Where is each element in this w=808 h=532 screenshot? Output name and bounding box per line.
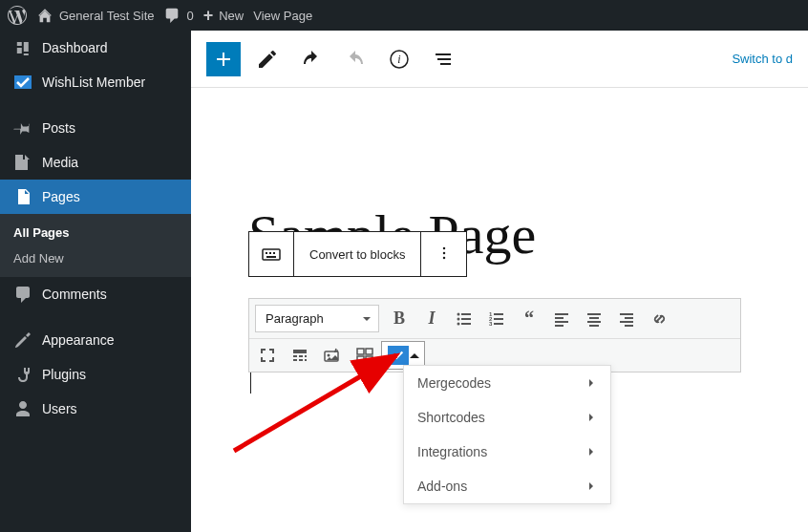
new-link[interactable]: + New: [203, 6, 245, 26]
dropdown-item-addons[interactable]: Add-ons: [404, 469, 610, 503]
svg-rect-25: [555, 321, 568, 323]
posts-label: Posts: [42, 120, 75, 136]
svg-point-10: [443, 256, 446, 259]
block-more-button[interactable]: [421, 231, 467, 277]
sidebar-item-dashboard[interactable]: Dashboard: [0, 31, 191, 65]
sidebar-item-posts[interactable]: Posts: [0, 111, 191, 145]
svg-rect-6: [273, 252, 275, 254]
svg-rect-26: [555, 325, 563, 327]
svg-rect-3: [263, 249, 280, 260]
user-icon: [13, 399, 32, 418]
fullscreen-button[interactable]: [251, 341, 284, 370]
sidebar-item-pages[interactable]: Pages: [0, 180, 191, 214]
dropdown-item-shortcodes[interactable]: Shortcodes: [404, 400, 610, 435]
svg-point-13: [457, 317, 460, 320]
quote-button[interactable]: “: [513, 305, 545, 333]
text-cursor: [250, 372, 251, 394]
undo-button[interactable]: [294, 42, 329, 76]
format-select[interactable]: Paragraph: [255, 305, 379, 332]
svg-rect-44: [357, 349, 364, 354]
svg-rect-33: [620, 321, 633, 323]
dashboard-label: Dashboard: [42, 40, 108, 55]
convert-to-blocks-button[interactable]: Convert to blocks: [294, 231, 421, 277]
sidebar-item-comments[interactable]: Comments: [0, 277, 191, 311]
redo-button[interactable]: [338, 42, 372, 76]
media-icon: [13, 153, 32, 172]
svg-rect-45: [366, 349, 372, 354]
view-page-link[interactable]: View Page: [253, 9, 312, 23]
brush-icon: [13, 330, 32, 350]
sidebar-item-appearance[interactable]: Appearance: [0, 323, 191, 357]
admin-topbar: General Test Site 0 + New View Page: [0, 0, 808, 31]
bullet-list-button[interactable]: [448, 305, 480, 333]
sidebar-item-wishlist[interactable]: WishList Member: [0, 65, 191, 99]
svg-rect-24: [555, 317, 563, 319]
editor-top-toolbar: i Switch to d: [191, 31, 808, 88]
svg-rect-31: [620, 313, 633, 315]
editor-main: i Switch to d Sample Page Convert to blo…: [191, 31, 808, 532]
mergecodes-label: Mergecodes: [417, 375, 491, 391]
svg-rect-16: [461, 323, 471, 325]
outline-button[interactable]: [426, 42, 460, 76]
switch-editor-link[interactable]: Switch to d: [732, 52, 793, 66]
align-left-button[interactable]: [545, 305, 578, 333]
svg-text:i: i: [397, 53, 400, 66]
svg-rect-46: [357, 356, 364, 362]
number-list-button[interactable]: 123: [480, 305, 513, 333]
dashboard-icon: [13, 38, 32, 57]
svg-rect-14: [461, 318, 471, 320]
view-page-label: View Page: [253, 9, 312, 23]
pages-icon: [13, 187, 32, 206]
bold-button[interactable]: B: [383, 305, 415, 333]
comments-label: Comments: [42, 287, 107, 302]
svg-rect-12: [461, 313, 471, 315]
comments-count: 0: [186, 9, 193, 23]
appearance-label: Appearance: [42, 332, 115, 348]
pages-label: Pages: [42, 189, 80, 204]
svg-point-15: [457, 322, 460, 325]
svg-rect-29: [587, 321, 601, 323]
svg-point-9: [443, 251, 446, 254]
site-name-link[interactable]: General Test Site: [36, 7, 154, 24]
keyboard-icon: [260, 243, 283, 266]
wishlist-label: WishList Member: [42, 74, 145, 90]
italic-button[interactable]: I: [415, 305, 448, 333]
add-block-button[interactable]: [206, 42, 241, 76]
wishlist-icon: [13, 73, 32, 92]
svg-rect-0: [14, 75, 32, 89]
info-button[interactable]: i: [382, 42, 416, 76]
wp-logo[interactable]: [8, 6, 27, 25]
svg-rect-27: [587, 313, 601, 315]
submenu-all-pages[interactable]: All Pages: [0, 220, 191, 245]
classic-block-icon-button[interactable]: [248, 231, 294, 277]
toolbar-toggle-button[interactable]: [284, 341, 316, 370]
media-label: Media: [42, 155, 78, 170]
comments-link[interactable]: 0: [163, 7, 193, 24]
format-select-value: Paragraph: [266, 311, 324, 326]
align-center-button[interactable]: [578, 305, 610, 333]
dropdown-item-integrations[interactable]: Integrations: [404, 435, 610, 469]
add-media-button[interactable]: [316, 341, 349, 370]
svg-rect-30: [589, 325, 599, 327]
submenu-add-new[interactable]: Add New: [0, 245, 191, 271]
gallery-button[interactable]: [349, 341, 381, 370]
link-button[interactable]: [643, 305, 675, 333]
align-right-button[interactable]: [610, 305, 643, 333]
edit-mode-button[interactable]: [250, 42, 285, 76]
block-toolbar: Convert to blocks: [248, 231, 467, 277]
more-icon: [435, 244, 454, 266]
svg-rect-38: [305, 355, 307, 357]
sidebar-item-media[interactable]: Media: [0, 145, 191, 180]
svg-rect-32: [625, 317, 633, 319]
svg-rect-22: [494, 323, 503, 325]
caret-up-icon: [410, 349, 419, 358]
dropdown-item-mergecodes[interactable]: Mergecodes: [404, 366, 610, 400]
shortcodes-label: Shortcodes: [417, 410, 485, 425]
sidebar-item-plugins[interactable]: Plugins: [0, 357, 191, 392]
plugins-label: Plugins: [42, 367, 86, 382]
svg-point-11: [457, 312, 460, 315]
sidebar-item-users[interactable]: Users: [0, 392, 191, 426]
new-label: New: [219, 9, 244, 23]
pages-submenu: All Pages Add New: [0, 214, 191, 277]
svg-rect-4: [266, 252, 267, 254]
